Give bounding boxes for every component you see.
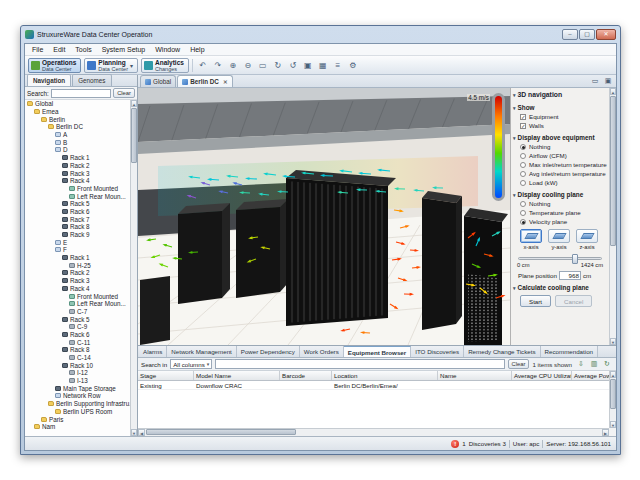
option-equipment[interactable]: ✓Equipment xyxy=(513,112,607,121)
scroll-down-icon[interactable]: ▼ xyxy=(610,421,616,428)
clear-search-button[interactable]: Clear xyxy=(113,88,135,98)
menu-tools[interactable]: Tools xyxy=(70,44,96,55)
column-header-average-cpu-utilization[interactable]: Average CPU Utilization xyxy=(512,371,572,380)
tree-item-main-tape-storage[interactable]: Main Tape Storage xyxy=(25,384,130,392)
tree-item-rack-10[interactable]: Rack 10 xyxy=(25,361,130,369)
tree-item-rack-2[interactable]: Rack 2 xyxy=(25,162,130,170)
cancel-button[interactable]: Cancel xyxy=(555,295,592,307)
tree-item-global[interactable]: Global xyxy=(25,100,130,108)
scroll-track[interactable] xyxy=(610,95,616,338)
option-nothing[interactable]: Nothing xyxy=(513,142,607,151)
tree-item-berlin-dc[interactable]: Berlin DC xyxy=(25,123,130,131)
option-max-inlet-return-temperature[interactable]: Max inlet/return temperature xyxy=(513,160,607,169)
maximize-view-icon[interactable]: ▣ xyxy=(602,75,614,86)
maximize-button[interactable]: ▢ xyxy=(579,29,595,40)
snapshot-icon[interactable]: ▣ xyxy=(301,58,315,72)
axis-button-z-axis[interactable]: z-axis xyxy=(576,229,598,250)
slider-handle[interactable] xyxy=(572,254,578,264)
column-header-average-pow[interactable]: Average Pow... xyxy=(572,371,609,380)
tree-item-rack-5[interactable]: Rack 5 xyxy=(25,315,130,323)
radio-unchecked-icon[interactable] xyxy=(520,153,526,159)
axis-button-x-axis[interactable]: x-axis xyxy=(520,229,542,250)
checkbox-checked-icon[interactable]: ✓ xyxy=(520,123,526,129)
scroll-track[interactable] xyxy=(145,429,602,436)
radio-unchecked-icon[interactable] xyxy=(520,162,526,168)
option-walls[interactable]: ✓Walls xyxy=(513,121,607,130)
tree-item-rack-4[interactable]: Rack 4 xyxy=(25,285,130,293)
scroll-track[interactable] xyxy=(131,107,137,429)
option-airflow-cfm[interactable]: Airflow (CFM) xyxy=(513,151,607,160)
start-button[interactable]: Start xyxy=(520,295,551,307)
tree-item-c-9[interactable]: C-9 xyxy=(25,323,130,331)
tree-item-a[interactable]: A xyxy=(25,131,130,139)
tree-item-berlin[interactable]: Berlin xyxy=(25,115,130,123)
undo-icon[interactable]: ↶ xyxy=(196,58,210,72)
radio-checked-icon[interactable] xyxy=(520,144,526,150)
tab-work-orders[interactable]: Work Orders xyxy=(300,346,344,357)
grid-icon[interactable]: ▦ xyxy=(316,58,330,72)
tree-item-e[interactable]: E xyxy=(25,238,130,246)
tree-item-rack-6[interactable]: Rack 6 xyxy=(25,208,130,216)
layers-icon[interactable]: ≡ xyxy=(331,58,345,72)
perspective-operations[interactable]: OperationsData Center xyxy=(28,58,81,73)
3d-navigation-header[interactable]: ▾ 3D navigation xyxy=(513,89,607,100)
tree-item-rack-2[interactable]: Rack 2 xyxy=(25,269,130,277)
navigation-search-input[interactable] xyxy=(51,89,111,98)
minimize-button[interactable]: – xyxy=(562,29,578,40)
tree-item-rack-1[interactable]: Rack 1 xyxy=(25,254,130,262)
plane-position-slider[interactable] xyxy=(518,257,602,260)
tree-item-h-25[interactable]: H-25 xyxy=(25,261,130,269)
export-icon[interactable]: ⇩ xyxy=(575,359,587,370)
column-header-location[interactable]: Location xyxy=(332,371,438,380)
redo-icon[interactable]: ↷ xyxy=(211,58,225,72)
scroll-up-icon[interactable]: ▲ xyxy=(610,88,616,95)
axis-button-y-axis[interactable]: y-axis xyxy=(548,229,570,250)
radio-unchecked-icon[interactable] xyxy=(520,180,526,186)
menu-window[interactable]: Window xyxy=(150,44,185,55)
plane-position-input[interactable]: 968 xyxy=(559,271,581,280)
tree-item-rack-8[interactable]: Rack 8 xyxy=(25,346,130,354)
zoom-out-icon[interactable]: ⊖ xyxy=(241,58,255,72)
scroll-thumb[interactable] xyxy=(131,108,137,163)
tab-equipment-browser[interactable]: Equipment Browser xyxy=(344,346,411,357)
tree-item-rack-7[interactable]: Rack 7 xyxy=(25,215,130,223)
menu-system-setup[interactable]: System Setup xyxy=(97,44,151,55)
tree-item-c-11[interactable]: C-11 xyxy=(25,338,130,346)
tree-item-left-rear-moun[interactable]: Left Rear Moun... xyxy=(25,300,130,308)
option-velocity-plane[interactable]: Velocity plane xyxy=(513,217,607,226)
tree-item-rack-1[interactable]: Rack 1 xyxy=(25,154,130,162)
scroll-down-icon[interactable]: ▼ xyxy=(610,338,616,345)
tree-item-emea[interactable]: Emea xyxy=(25,108,130,116)
tree-item-front-mounted[interactable]: Front Mounted xyxy=(25,292,130,300)
scroll-down-icon[interactable]: ▼ xyxy=(131,429,137,436)
tree-item-rack-4[interactable]: Rack 4 xyxy=(25,177,130,185)
tree-item-rack-9[interactable]: Rack 9 xyxy=(25,231,130,239)
tab-alarms[interactable]: Alarms xyxy=(139,346,167,357)
table-columns-icon[interactable]: ▥ xyxy=(588,359,600,370)
tree-item-rack-5[interactable]: Rack 5 xyxy=(25,200,130,208)
zoom-fit-icon[interactable]: ▭ xyxy=(256,58,270,72)
tree-item-rack-3[interactable]: Rack 3 xyxy=(25,277,130,285)
discoveries-status[interactable]: Discoveries 3 xyxy=(469,440,506,447)
close-button[interactable]: ✕ xyxy=(596,29,616,40)
radio-unchecked-icon[interactable] xyxy=(520,210,526,216)
rotate-icon[interactable]: ↻ xyxy=(271,58,285,72)
radio-checked-icon[interactable] xyxy=(520,219,526,225)
tab-genomes[interactable]: Genomes xyxy=(72,74,111,86)
column-header-model-name[interactable]: Model Name xyxy=(194,371,280,380)
tree-item-rack-8[interactable]: Rack 8 xyxy=(25,223,130,231)
radio-unchecked-icon[interactable] xyxy=(520,171,526,177)
scroll-thumb[interactable] xyxy=(146,429,296,435)
column-header-stage[interactable]: Stage xyxy=(138,371,194,380)
tree-item-rack-6[interactable]: Rack 6 xyxy=(25,331,130,339)
scroll-left-icon[interactable]: ◀ xyxy=(138,429,145,436)
minimize-view-icon[interactable]: ▭ xyxy=(589,75,601,86)
scroll-up-icon[interactable]: ▲ xyxy=(610,371,616,378)
tab-remedy-change-tickets[interactable]: Remedy Change Tickets xyxy=(464,346,540,357)
table-hscrollbar[interactable]: ◀ ▶ xyxy=(138,428,609,436)
column-header-barcode[interactable]: Barcode xyxy=(280,371,332,380)
tab-ito-discoveries[interactable]: ITO Discoveries xyxy=(411,346,464,357)
menu-edit[interactable]: Edit xyxy=(48,44,70,55)
orbit-icon[interactable]: ↺ xyxy=(286,58,300,72)
tree-item-berlin-ups-room[interactable]: Berlin UPS Room xyxy=(25,408,130,416)
